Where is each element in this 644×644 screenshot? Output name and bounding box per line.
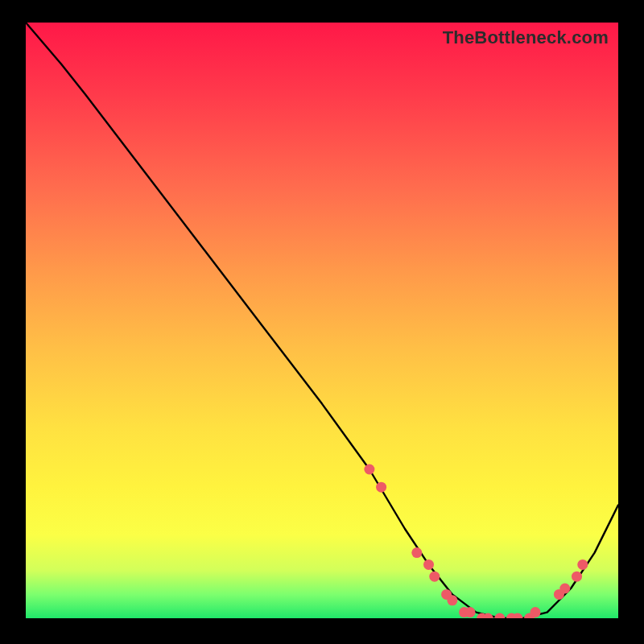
curve-markers (364, 464, 588, 619)
bottleneck-curve (26, 23, 618, 618)
curve-marker (494, 613, 505, 619)
curve-marker (530, 607, 541, 617)
curve-marker (376, 482, 386, 493)
curve-marker (572, 572, 582, 582)
curve-overlay (26, 23, 618, 618)
curve-marker (364, 464, 374, 475)
curve-marker (423, 559, 434, 570)
chart-frame: TheBottleneck.com (26, 23, 618, 618)
curve-marker (411, 547, 422, 558)
curve-marker (429, 572, 440, 582)
curve-marker (577, 559, 588, 570)
curve-marker (559, 584, 570, 594)
curve-marker (447, 595, 457, 605)
curve-marker (465, 607, 476, 617)
watermark-text: TheBottleneck.com (443, 27, 609, 48)
